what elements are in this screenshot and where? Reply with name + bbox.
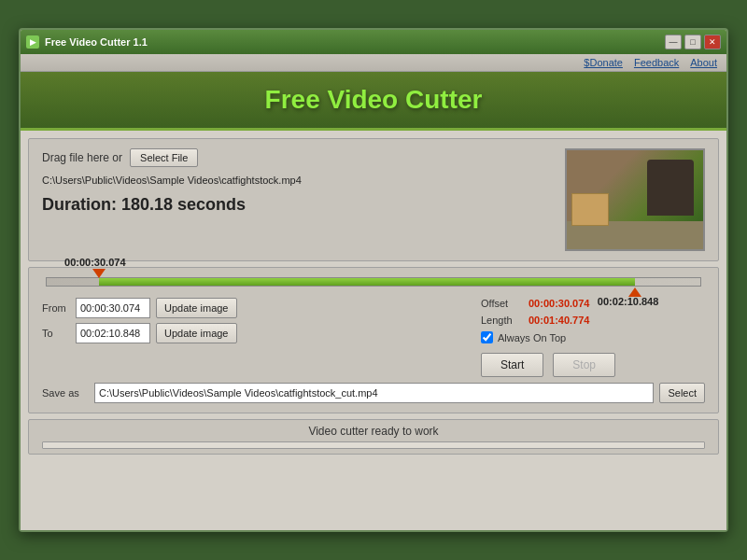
to-update-button[interactable]: Update image [156,323,237,343]
to-row: To Update image [42,323,468,343]
feedback-link[interactable]: Feedback [634,57,679,68]
app-icon: ▶ [26,35,39,49]
left-marker[interactable] [92,269,106,278]
title-bar: ▶ Free Video Cutter 1.1 — □ ✕ [21,30,726,54]
app-title: Free Video Cutter [21,85,726,115]
about-link[interactable]: About [690,57,717,68]
timeline-time-left: 00:00:30.074 [64,257,125,268]
timeline-time-right: 00:02:10.848 [598,296,658,307]
from-input[interactable] [76,298,150,318]
video-preview [565,148,705,251]
file-info: Drag file here or Select File C:\Users\P… [42,148,552,215]
offset-length-controls: Offset 00:00:30.074 Length 00:01:40.774 … [481,298,705,377]
menu-bar: $Donate Feedback About [21,54,726,72]
length-label: Length [481,315,523,326]
duration-text: Duration: 180.18 seconds [42,195,552,215]
offset-value: 00:00:30.074 [529,298,589,309]
select-file-button[interactable]: Select File [130,148,198,167]
file-panel: Drag file here or Select File C:\Users\P… [28,138,719,261]
main-window: ▶ Free Video Cutter 1.1 — □ ✕ $Donate Fe… [19,28,728,532]
thumb-scene [567,150,703,249]
status-text: Video cutter ready to work [42,425,705,438]
drag-row: Drag file here or Select File [42,148,552,167]
start-button[interactable]: Start [481,353,543,377]
from-update-button[interactable]: Update image [156,298,237,318]
save-as-input[interactable] [94,383,654,403]
save-as-row: Save as Select [42,383,705,403]
minimize-button[interactable]: — [665,35,682,49]
always-on-top-label: Always On Top [498,332,566,343]
progress-bar [42,441,705,449]
controls-row: From Update image To Update image Offset [42,298,705,377]
offset-label: Offset [481,298,523,309]
save-as-label: Save as [42,387,89,399]
offset-row: Offset 00:00:30.074 [481,298,705,309]
close-button[interactable]: ✕ [704,35,721,49]
length-row: Length 00:01:40.774 [481,315,705,326]
to-input[interactable] [76,323,150,343]
always-on-top-checkbox[interactable] [481,331,493,343]
select-output-button[interactable]: Select [659,383,705,403]
window-title: Free Video Cutter 1.1 [45,36,665,48]
thumb-chair [647,160,694,216]
app-title-area: Free Video Cutter [21,72,726,131]
main-content: Drag file here or Select File C:\Users\P… [21,131,726,530]
action-buttons: Start Stop [481,353,705,377]
drag-text: Drag file here or [42,151,122,164]
donate-link[interactable]: $Donate [584,57,623,68]
status-bar: Video cutter ready to work [28,419,719,455]
always-on-top-row: Always On Top [481,331,705,343]
timeline-track[interactable] [46,277,701,287]
controls-panel: 00:00:30.074 00:02:10.848 From Update im… [28,267,719,413]
length-value: 00:01:40.774 [529,315,589,326]
from-row: From Update image [42,298,468,318]
file-path-text: C:\Users\Public\Videos\Sample Videos\cat… [42,175,552,186]
from-label: From [42,302,70,314]
from-to-fields: From Update image To Update image [42,298,468,377]
stop-button[interactable]: Stop [553,353,615,377]
to-label: To [42,328,70,339]
window-controls: — □ ✕ [665,35,721,49]
timeline-area: 00:00:30.074 00:02:10.848 [42,277,705,288]
maximize-button[interactable]: □ [684,35,701,49]
timeline-fill [99,278,635,286]
thumb-box [571,193,609,226]
